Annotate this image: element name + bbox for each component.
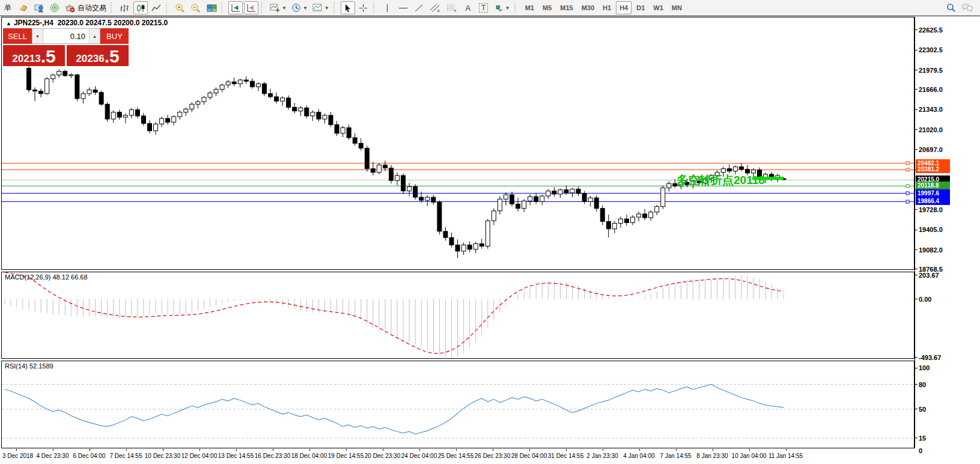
chat-bubbles-icon <box>961 3 973 13</box>
chart-ohlc-values: 20230.0 20247.5 20200.0 20215.0 <box>58 19 168 27</box>
vertical-line-icon <box>383 4 391 13</box>
candle-body <box>540 196 544 201</box>
time-tick-mark <box>639 449 640 451</box>
cursor-button[interactable] <box>341 1 355 14</box>
timeframe-button-m15[interactable]: M15 <box>556 1 576 14</box>
time-label: 16 Dec 23:30 <box>255 453 291 459</box>
timeframe-button-m5[interactable]: M5 <box>539 1 555 14</box>
text-tool-icon: A <box>465 4 470 13</box>
candle-body <box>655 207 659 212</box>
candle-body <box>534 197 538 201</box>
buy-price-frac: .5 <box>105 48 120 65</box>
timeframe-button-h4[interactable]: H4 <box>616 1 632 14</box>
volume-up-button[interactable]: ▲ <box>89 29 100 43</box>
indicators-button[interactable]: ▼ <box>268 1 288 14</box>
search-button[interactable] <box>944 1 958 14</box>
zoom-out-button[interactable] <box>189 1 203 14</box>
timeframe-button-m30[interactable]: M30 <box>578 1 598 14</box>
timeframe-button-m1[interactable]: M1 <box>522 1 538 14</box>
candle-body <box>498 199 502 211</box>
candle-body <box>389 168 394 181</box>
terminal-icon[interactable] <box>32 1 46 14</box>
time-tick-mark <box>493 449 493 451</box>
timeframe-button-w1[interactable]: W1 <box>650 1 667 14</box>
volume-down-button[interactable]: ▼ <box>32 29 43 43</box>
price-tick-mark <box>915 269 918 269</box>
dropdown-arrow-icon[interactable]: ▼ <box>282 5 287 11</box>
price-line-label-20118.8: 20118.8 <box>916 182 950 189</box>
chart-annotation-text[interactable]: 多空转折点20118 <box>677 172 765 188</box>
line-chart-button[interactable] <box>149 1 163 14</box>
cursor-icon <box>343 4 352 13</box>
auto-scroll-button[interactable] <box>228 1 243 14</box>
market-watch-icon[interactable] <box>16 1 31 14</box>
horizontal-line-button[interactable] <box>396 1 410 14</box>
chart-shift-button[interactable] <box>244 1 258 14</box>
line-marker <box>906 185 909 188</box>
autotrading-button[interactable]: 自动交易 <box>63 1 108 14</box>
template-icon <box>312 3 323 13</box>
periods-button[interactable]: ▼ <box>290 1 309 14</box>
sell-price-button[interactable]: 20213.5 <box>3 45 65 66</box>
candle-body <box>148 123 152 130</box>
timeframe-button-mn[interactable]: MN <box>668 1 686 14</box>
bar-chart-button[interactable] <box>118 1 132 14</box>
vertical-line-button[interactable] <box>380 1 395 14</box>
candle-body <box>365 148 369 169</box>
time-tick-mark <box>90 449 90 451</box>
candle-body <box>425 197 430 200</box>
crosshair-button[interactable] <box>356 1 371 14</box>
text-tool-button[interactable]: A <box>461 1 475 14</box>
candle-body <box>27 68 31 90</box>
arrows-button[interactable]: ▼ <box>492 1 512 14</box>
candle-body <box>431 197 436 202</box>
price-tick-label: 22302.5 <box>919 46 943 53</box>
candlestick-chart-button[interactable] <box>133 1 148 14</box>
timeframe-button-d1[interactable]: D1 <box>633 1 648 14</box>
dropdown-arrow-icon[interactable]: ▼ <box>303 5 308 11</box>
sell-price-frac: .5 <box>41 48 56 65</box>
rsi-panel[interactable] <box>1 361 915 448</box>
new-order-button[interactable]: 单 <box>1 1 15 14</box>
timeframe-button-h1[interactable]: H1 <box>599 1 615 14</box>
time-tick-mark <box>53 449 53 451</box>
buy-button[interactable]: BUY <box>100 28 129 44</box>
candle-body <box>129 110 133 115</box>
rsi-tick-label: 15 <box>919 435 926 442</box>
toolbar-separator <box>221 2 225 13</box>
rsi-frame <box>2 361 915 448</box>
main-chart-canvas[interactable] <box>1 17 915 270</box>
time-label: 8 Jan 23:30 <box>696 453 728 459</box>
macd-label: MACD(12,26,9) 48.12 66.68 <box>5 273 88 281</box>
macd-panel[interactable] <box>1 272 915 359</box>
price-axis[interactable]: 22625.522302.521979.521666.021343.021020… <box>915 17 979 448</box>
templates-button[interactable]: ▼ <box>311 1 331 14</box>
candle-body <box>546 191 550 196</box>
annotation-underline-segment[interactable] <box>752 177 784 180</box>
toolbar-separator <box>373 2 377 13</box>
time-axis[interactable]: 3 Dec 20184 Dec 23:306 Dec 04:007 Dec 14… <box>1 449 915 464</box>
volume-input[interactable]: 0.10 <box>43 29 89 43</box>
candle-body <box>178 112 182 117</box>
candle-body <box>160 118 164 124</box>
trendline-button[interactable] <box>412 1 426 14</box>
price-tick-mark <box>915 89 918 90</box>
zoom-in-button[interactable] <box>173 1 187 14</box>
text-label-button[interactable]: T <box>476 1 491 14</box>
signals-icon[interactable] <box>47 1 62 14</box>
price-tick-mark <box>915 29 918 30</box>
dropdown-arrow-icon[interactable]: ▼ <box>324 5 329 11</box>
candle-body <box>347 128 351 138</box>
community-button[interactable] <box>960 1 975 14</box>
time-label: 4 Dec 23:30 <box>37 453 69 459</box>
oneclick-collapse-icon[interactable]: ▲ <box>6 20 11 26</box>
fibonacci-button[interactable]: F <box>444 1 460 14</box>
buy-price-button[interactable]: 20236.5 <box>67 45 129 66</box>
candle-body <box>576 189 580 194</box>
channel-button[interactable]: E <box>427 1 443 14</box>
dropdown-arrow-icon[interactable]: ▼ <box>505 5 510 11</box>
tile-windows-button[interactable] <box>204 1 219 14</box>
candle-body <box>564 190 568 193</box>
sell-button[interactable]: SELL <box>3 28 32 44</box>
time-label: 3 Dec 2018 <box>2 453 33 459</box>
